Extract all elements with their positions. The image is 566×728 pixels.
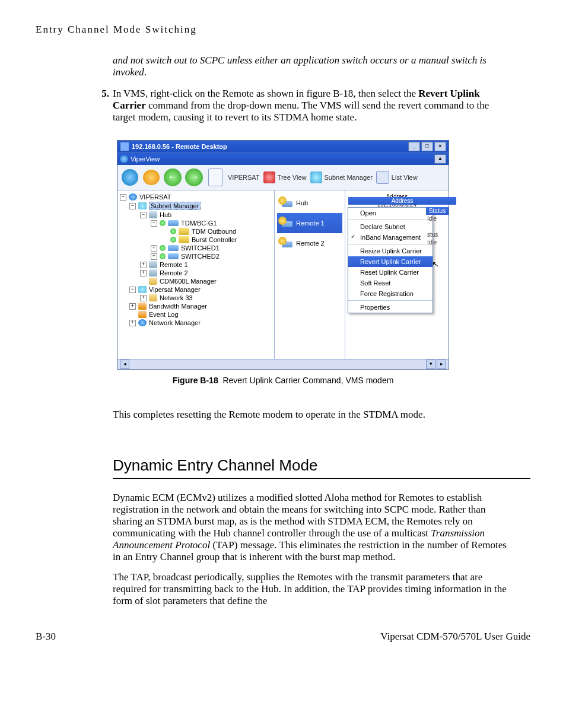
modem-icon: [168, 220, 179, 226]
close-button[interactable]: ×: [434, 142, 446, 151]
vipersat-label: VIPERSAT: [228, 174, 260, 181]
expand-icon[interactable]: +: [140, 262, 147, 268]
maximize-button[interactable]: □: [421, 142, 433, 151]
bw-icon: [138, 303, 147, 310]
expand-icon[interactable]: +: [129, 303, 136, 310]
tree-tdm[interactable]: −TDM/BC-G1: [119, 219, 273, 227]
netmgr-icon: [138, 319, 147, 326]
menu-properties[interactable]: Properties: [348, 302, 433, 313]
tree-sw1[interactable]: +SWITCHED1: [119, 244, 273, 252]
menu-inband-mgmt[interactable]: InBand Management: [348, 232, 433, 243]
mid-remote1[interactable]: Remote 1: [277, 213, 342, 233]
globe-icon: [122, 169, 138, 186]
back-arrow-icon: ←: [164, 169, 182, 186]
content-panes: −VIPERSAT −Subnet Manager −Hub −TDM/BC-G…: [117, 190, 449, 359]
context-menu: Address Open Declare Subnet InBand Manag…: [348, 207, 433, 313]
step-text-a: In VMS, right-click on the Remote as sho…: [113, 88, 418, 99]
figure-caption: Figure B-18 Revert Uplink Carrier Comman…: [36, 376, 530, 385]
listview-label: List View: [392, 174, 418, 181]
menu-resize-uplink[interactable]: Resize Uplink Carrier: [348, 246, 433, 256]
tree-sw2[interactable]: +SWITCHED2: [119, 252, 273, 260]
tree-eventlog-label: Event Log: [149, 311, 179, 318]
status-idle-1: Idle: [426, 215, 449, 222]
collapse-icon[interactable]: −: [129, 287, 136, 293]
expand-icon[interactable]: +: [140, 295, 147, 301]
menu-force-registration[interactable]: Force Registration: [348, 288, 433, 299]
mid-pane: Hub Remote 1 Remote 2: [275, 190, 345, 359]
scroll-right-button[interactable]: ▸: [437, 360, 446, 369]
modem-icon: [168, 253, 179, 259]
mid-remote2[interactable]: Remote 2: [277, 233, 342, 253]
status-dot-icon: [170, 237, 176, 243]
menu-reset-uplink[interactable]: Reset Uplink Carrier: [348, 267, 433, 278]
status-bar: ◂ ▾ ▸: [117, 359, 449, 369]
tree-burst[interactable]: Burst Controller: [119, 236, 273, 244]
home-button[interactable]: [142, 169, 160, 186]
step-text-b: command from the drop-down menu. The VMS…: [113, 100, 489, 123]
para1-a: Dynamic ECM (ECMv2) utilizes a modified …: [113, 492, 485, 539]
vipmgr-icon: [138, 286, 147, 293]
scroll-left-button[interactable]: ◂: [120, 360, 129, 369]
tree-remote1[interactable]: +Remote 1: [119, 260, 273, 269]
tree-eventlog[interactable]: Event Log: [119, 310, 273, 319]
tree-subnet-label: Subnet Manager: [149, 202, 201, 210]
tree-icon: [263, 171, 275, 183]
menu-soft-reset[interactable]: Soft Reset: [348, 278, 433, 288]
menu-open[interactable]: Open: [348, 208, 433, 218]
figure-b18: 192.168.0.56 - Remote Desktop _ □ × Vipe…: [36, 140, 530, 385]
tree-sw2-label: SWITCHED2: [181, 253, 220, 260]
band-icon: [179, 228, 189, 235]
collapse-icon[interactable]: −: [120, 194, 126, 201]
listview-button[interactable]: List View: [376, 171, 418, 184]
tree-subnet-mgr[interactable]: −Subnet Manager: [119, 201, 273, 211]
scroll-up-button[interactable]: ▲: [434, 154, 446, 164]
tree-burst-label: Burst Controller: [192, 236, 237, 243]
tree-net33[interactable]: +Network 33: [119, 294, 273, 302]
back-button[interactable]: ←: [164, 169, 182, 186]
manager-icon: [149, 278, 157, 285]
status-dot-icon: [170, 228, 176, 234]
menu-declare-subnet[interactable]: Declare Subnet: [348, 221, 433, 232]
tree-netmgr[interactable]: +Network Manager: [119, 319, 273, 327]
scroll-down-button[interactable]: ▾: [426, 360, 435, 369]
footer-page-num: B-30: [36, 631, 56, 643]
viperview-icon: [120, 155, 128, 163]
site-icon: [278, 196, 294, 209]
tree-remote2[interactable]: +Remote 2: [119, 269, 273, 277]
expand-icon[interactable]: +: [129, 320, 136, 326]
expand-icon[interactable]: +: [151, 245, 157, 252]
collapse-icon[interactable]: −: [140, 212, 147, 218]
document-icon: [208, 169, 222, 186]
section-title: Dynamic Entry Channel Mode: [113, 456, 530, 479]
tree-vipmgr[interactable]: −Vipersat Manager: [119, 285, 273, 294]
expand-icon[interactable]: +: [140, 270, 147, 276]
tree-tdm-out[interactable]: TDM Outbound: [119, 227, 273, 236]
collapse-icon[interactable]: −: [129, 203, 136, 209]
subnetmgr-button[interactable]: Subnet Manager: [310, 171, 373, 183]
status-dot-icon: [160, 253, 166, 259]
para-2: The TAP, broadcast periodically, supplie…: [113, 571, 513, 607]
menu-revert-uplink[interactable]: Revert Uplink Carrier: [348, 256, 433, 267]
expand-icon[interactable]: +: [151, 253, 157, 260]
treeview-button[interactable]: Tree View: [263, 171, 307, 183]
cursor-icon: ↖: [431, 259, 440, 269]
tree-cdm[interactable]: CDM600L Manager: [119, 277, 273, 285]
minimize-button[interactable]: _: [408, 142, 420, 151]
footer-guide-title: Vipersat CDM-570/570L User Guide: [380, 631, 530, 643]
band-icon: [179, 236, 189, 243]
tree-bwmgr[interactable]: +Bandwidth Manager: [119, 302, 273, 310]
status-idle-2: Idle: [426, 239, 449, 246]
remote-node-icon: [149, 261, 157, 268]
mid-remote1-label: Remote 1: [296, 220, 325, 227]
subnet-node-icon: [138, 202, 147, 209]
mid-hub[interactable]: Hub: [277, 193, 342, 213]
modem-icon: [168, 245, 179, 251]
tree-root[interactable]: −VIPERSAT: [119, 193, 273, 201]
forward-button[interactable]: →: [185, 169, 203, 186]
collapse-icon[interactable]: −: [151, 220, 157, 227]
remote-node-icon: [149, 269, 157, 276]
home-globe-button[interactable]: [121, 169, 139, 186]
tree-hub[interactable]: −Hub: [119, 211, 273, 219]
tree-tdm-label: TDM/BC-G1: [181, 220, 217, 227]
document-button[interactable]: [206, 169, 224, 186]
